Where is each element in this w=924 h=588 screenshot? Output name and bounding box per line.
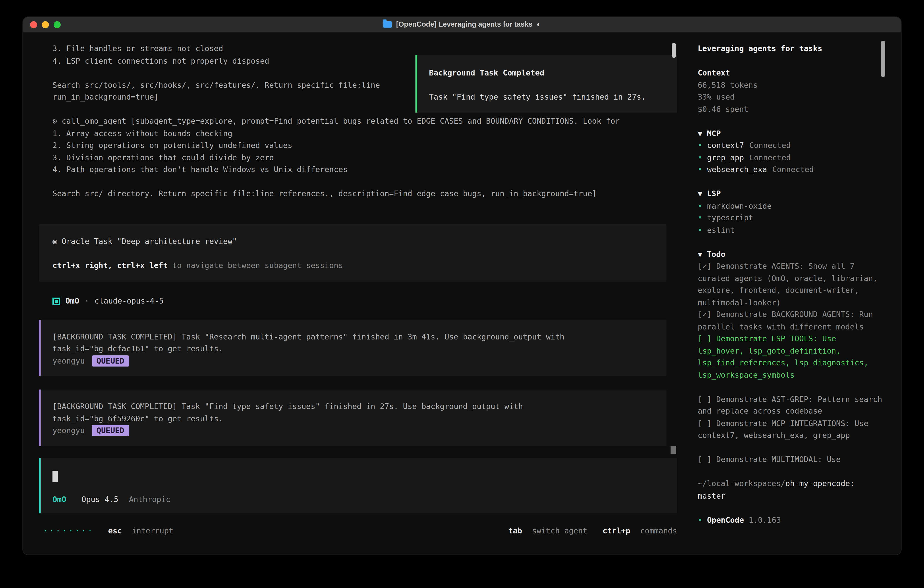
text-cursor (53, 471, 58, 482)
lsp-heading[interactable]: ▼ LSP (698, 188, 886, 200)
hint-text: to navigate between subagent sessions (172, 261, 343, 270)
message-line: [BACKGROUND TASK COMPLETED] Task "Resear… (53, 331, 656, 343)
session-sidebar: Leveraging agents for tasks Context 66,5… (689, 33, 901, 555)
context-spent: $0.46 spent (698, 104, 886, 116)
message-background-task-1: [BACKGROUND TASK COMPLETED] Task "Resear… (39, 320, 667, 376)
lsp-item: markdown-oxide (698, 200, 886, 212)
context-heading: Context (698, 67, 886, 79)
scrollbar-thumb[interactable] (672, 43, 676, 58)
prompt-input[interactable]: OmO Opus 4.5 Anthropic (39, 458, 677, 513)
chat-main: 3. File handles or streams not closed 4.… (23, 33, 689, 555)
mcp-item: websearch_exaConnected (698, 164, 886, 176)
status-dot-icon (698, 141, 707, 150)
window-content: 3. File handles or streams not closed 4.… (23, 33, 901, 555)
message-meta: yeongyuQUEUED (53, 425, 656, 437)
tool-call-header-text: call_omo_agent [subagent_type=explore, p… (62, 117, 620, 126)
status-dot-icon (698, 165, 707, 174)
message-author: yeongyu (53, 356, 85, 365)
minimize-button[interactable] (42, 21, 49, 28)
mcp-name: websearch_exa (707, 165, 767, 174)
omo-agent-icon (53, 297, 60, 305)
workspace-path: ~/local-workspaces/oh-my-opencode: maste… (698, 478, 886, 502)
queued-badge: QUEUED (92, 425, 129, 436)
input-model-name: Opus 4.5 (81, 495, 118, 504)
mcp-heading[interactable]: ▼ MCP (698, 127, 886, 140)
oracle-task-title: ◉ Oracle Task "Deep architecture review" (53, 235, 656, 248)
tool-call-item: 4. Path operations that don't handle Win… (23, 164, 689, 176)
workspace-branch: master (698, 490, 886, 502)
status-left: ········ esc interrupt (43, 525, 173, 537)
message-background-task-2: [BACKGROUND TASK COMPLETED] Task "Find t… (39, 390, 667, 446)
mcp-item: context7Connected (698, 140, 886, 152)
esc-key-hint: esc (108, 526, 122, 535)
input-footer: OmO Opus 4.5 Anthropic (53, 494, 170, 506)
scrollbar-thumb[interactable] (881, 41, 885, 77)
tab-key-label: switch agent (532, 526, 587, 535)
lsp-item: typescript (698, 212, 886, 224)
zoom-button[interactable] (54, 21, 61, 28)
scrollback-line: 3. File handles or streams not closed (23, 43, 689, 55)
status-dot-icon (698, 515, 707, 524)
status-right: tab switch agent ctrl+p commands (508, 525, 677, 537)
lsp-name: markdown-oxide (707, 201, 772, 210)
window-title-text: [OpenCode] Leveraging agents for tasks (396, 18, 533, 30)
lsp-name: eslint (707, 225, 735, 234)
mcp-item: grep_appConnected (698, 152, 886, 164)
mcp-name: context7 (707, 141, 744, 150)
opencode-version-number: 1.0.163 (749, 515, 781, 524)
traffic-lights (30, 21, 61, 28)
todo-section: ▼ Todo [✓] Demonstrate AGENTS: Show all … (698, 248, 886, 466)
opencode-version: OpenCode1.0.163 (698, 514, 886, 526)
oracle-task-panel: ◉ Oracle Task "Deep architecture review"… (39, 224, 667, 282)
message-line: [BACKGROUND TASK COMPLETED] Task "Find t… (53, 401, 656, 413)
terminal-window: [OpenCode] Leveraging agents for tasks ◐… (22, 17, 901, 555)
toast-title: Background Task Completed (429, 67, 668, 79)
subagent-nav-hint: ctrl+x right, ctrl+x left to navigate be… (53, 260, 656, 272)
queued-badge: QUEUED (92, 355, 129, 366)
tool-call-footer: Search src/ directory. Return specific f… (23, 188, 689, 200)
tab-key-hint: tab (508, 526, 522, 535)
toast-body: Task "Find type safety issues" finished … (429, 91, 668, 104)
hint-keys: ctrl+x right, ctrl+x left (53, 261, 168, 270)
todo-item: [ ] Demonstrate LSP TOOLS: Use lsp_hover… (698, 333, 886, 381)
spinner-icon: ◐ (536, 18, 541, 30)
workspace-repo: oh-my-opencode: (785, 479, 855, 488)
scrollbar-thumb[interactable] (671, 446, 676, 454)
todo-item: [✓] Demonstrate AGENTS: Show all 7 curat… (698, 261, 886, 309)
titlebar[interactable]: [OpenCode] Leveraging agents for tasks ◐ (23, 17, 901, 32)
todo-item: [ ] Demonstrate MULTIMODAL: Use (698, 454, 886, 466)
input-agent-name: OmO (53, 495, 66, 504)
desktop: [OpenCode] Leveraging agents for tasks ◐… (0, 0, 924, 588)
todo-item: [✓] Demonstrate BACKGROUND AGENTS: Run p… (698, 309, 886, 333)
context-tokens: 66,518 tokens (698, 79, 886, 91)
mcp-section: ▼ MCP context7Connected grep_appConnecte… (698, 127, 886, 176)
mcp-status: Connected (772, 165, 814, 174)
agent-header: OmO · claude-opus-4-5 (23, 296, 689, 307)
context-used: 33% used (698, 91, 886, 104)
tool-call-item: 3. Division operations that could divide… (23, 152, 689, 164)
message-meta: yeongyuQUEUED (53, 355, 656, 367)
input-provider-name: Anthropic (129, 495, 170, 504)
status-dot-icon (698, 225, 707, 234)
workspace-dir: ~/local-workspaces/ (698, 479, 785, 488)
message-author: yeongyu (53, 426, 85, 435)
window-title: [OpenCode] Leveraging agents for tasks ◐ (383, 18, 541, 30)
lsp-name: typescript (707, 213, 753, 222)
todo-heading[interactable]: ▼ Todo (698, 248, 886, 260)
session-title: Leveraging agents for tasks (698, 43, 886, 55)
close-button[interactable] (30, 21, 37, 28)
esc-key-label: interrupt (132, 526, 173, 535)
background-task-toast: Background Task Completed Task "Find typ… (416, 55, 677, 112)
agent-name: OmO (66, 296, 79, 307)
tool-call-header: ⚙ call_omo_agent [subagent_type=explore,… (23, 116, 689, 127)
status-bar: ········ esc interrupt tab switch agent … (43, 525, 677, 537)
ctrl-p-key-label: commands (640, 526, 677, 535)
ctrl-p-key-hint: ctrl+p (602, 526, 630, 535)
mcp-status: Connected (749, 141, 791, 150)
folder-icon (383, 21, 392, 28)
agent-separator: · (84, 296, 89, 307)
message-line: task_id="bg_6f59260c" to get results. (53, 413, 656, 425)
agent-model: claude-opus-4-5 (94, 296, 164, 307)
status-dot-icon (698, 201, 707, 210)
mcp-status: Connected (749, 153, 791, 162)
